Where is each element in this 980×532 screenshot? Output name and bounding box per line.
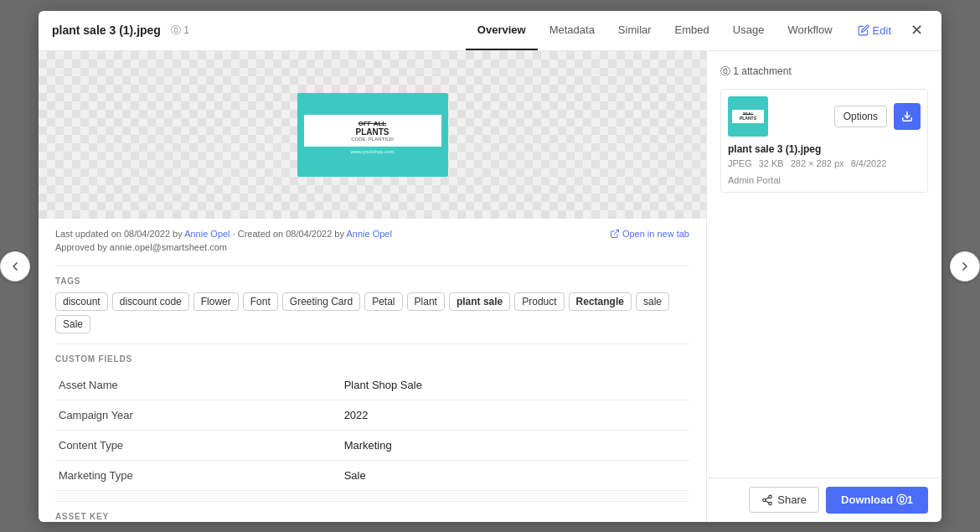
tag-item[interactable]: Petal <box>364 292 402 311</box>
modal-title: plant sale 3 (1).jpeg <box>52 23 161 37</box>
tab-embed[interactable]: Embed <box>663 11 721 51</box>
asset-modal: plant sale 3 (1).jpeg ⓪ 1 Overview Metad… <box>39 11 941 522</box>
website-url: www.yourshop.com <box>350 149 394 154</box>
tab-overview[interactable]: Overview <box>466 11 538 51</box>
sidebar: ⓪ 1 attachment OFF ALL PLANTS Options <box>707 51 941 522</box>
file-source: Admin Portal <box>728 175 781 185</box>
header-attachment-count: ⓪ 1 <box>171 23 189 38</box>
field-name: Marketing Type <box>55 460 341 490</box>
created-by-link[interactable]: Annie Opel <box>346 229 391 239</box>
attachment-filename: plant sale 3 (1).jpeg <box>728 143 921 155</box>
download-main-button[interactable]: Download ⓪1 <box>826 487 928 514</box>
custom-fields-table: Asset Name Plant Shop Sale Campaign Year… <box>55 370 689 491</box>
prev-arrow[interactable] <box>0 251 30 281</box>
tag-item[interactable]: discount <box>55 292 108 311</box>
file-format: JPEG <box>728 158 752 168</box>
svg-line-0 <box>614 230 619 235</box>
tab-metadata[interactable]: Metadata <box>538 11 606 51</box>
tab-similar[interactable]: Similar <box>606 11 663 51</box>
last-updated-line: Last updated on 08/04/2022 by Annie Opel… <box>55 229 392 239</box>
tags-list: discount discount code Flower Font Greet… <box>55 292 689 311</box>
custom-fields-section: CUSTOM FIELDS Asset Name Plant Shop Sale… <box>39 344 706 501</box>
attachment-header: ⓪ 1 attachment <box>720 65 928 79</box>
attachment-meta: JPEG 32 KB 282 × 282 px 8/4/2022 Admin P… <box>728 158 921 185</box>
tab-bar: Overview Metadata Similar Embed Usage Wo… <box>466 11 844 51</box>
options-button[interactable]: Options <box>834 106 887 127</box>
modal-header: plant sale 3 (1).jpeg ⓪ 1 Overview Metad… <box>39 11 941 51</box>
sidebar-content: ⓪ 1 attachment OFF ALL PLANTS Options <box>707 51 941 478</box>
table-row: Campaign Year 2022 <box>55 400 689 430</box>
edit-label: Edit <box>873 24 891 37</box>
tag-item[interactable]: Greeting Card <box>282 292 360 311</box>
main-content: OFF ALL PLANTS CODE: PLANTS20 www.yoursh… <box>39 51 707 522</box>
image-area: OFF ALL PLANTS CODE: PLANTS20 www.yoursh… <box>39 51 706 219</box>
close-button[interactable]: ✕ <box>905 18 928 42</box>
asset-preview: OFF ALL PLANTS CODE: PLANTS20 www.yoursh… <box>297 93 448 177</box>
attachment-card: OFF ALL PLANTS Options <box>720 89 928 193</box>
open-in-new-tab-link[interactable]: Open in new tab <box>610 229 689 239</box>
file-date: 8/4/2022 <box>851 158 887 168</box>
field-name: Content Type <box>55 430 341 460</box>
tag-item-rectangle[interactable]: Rectangle <box>569 292 632 311</box>
svg-point-4 <box>769 495 772 498</box>
tab-workflow[interactable]: Workflow <box>776 11 843 51</box>
field-name: Campaign Year <box>55 400 341 430</box>
tag-item[interactable]: sale <box>636 292 669 311</box>
tag-item[interactable]: Plant <box>407 292 445 311</box>
modal-body: OFF ALL PLANTS CODE: PLANTS20 www.yoursh… <box>39 51 941 522</box>
tag-item[interactable]: Flower <box>193 292 239 311</box>
custom-fields-label: CUSTOM FIELDS <box>55 354 689 364</box>
svg-point-5 <box>763 498 766 502</box>
last-updated-by-link[interactable]: Annie Opel <box>184 229 230 239</box>
tag-item-sale[interactable]: Sale <box>55 315 90 333</box>
field-name: Asset Name <box>55 370 341 400</box>
tag-item-plant-sale[interactable]: plant sale <box>449 292 510 311</box>
asset-key-label: ASSET KEY <box>55 512 689 521</box>
tags-label: TAGS <box>55 276 689 286</box>
table-row: Asset Name Plant Shop Sale <box>55 370 689 400</box>
modal-footer: Share Download ⓪1 <box>707 478 941 522</box>
attachment-preview-row: OFF ALL PLANTS Options <box>728 96 921 137</box>
tab-usage[interactable]: Usage <box>721 11 776 51</box>
meta-section: Last updated on 08/04/2022 by Annie Opel… <box>39 219 706 266</box>
file-dimensions: 282 × 282 px <box>791 158 844 168</box>
tag-item[interactable]: discount code <box>112 292 189 311</box>
tag-item[interactable]: Product <box>514 292 564 311</box>
approved-by-line: Approved by annie.opel@smartsheet.com <box>55 242 392 252</box>
svg-point-6 <box>769 502 772 505</box>
tags-section: TAGS discount discount code Flower Font … <box>39 266 706 343</box>
tag-item[interactable]: Font <box>243 292 278 311</box>
svg-line-7 <box>766 500 769 502</box>
field-value: Marketing <box>341 430 689 460</box>
svg-line-8 <box>766 497 769 498</box>
attachment-thumbnail: OFF ALL PLANTS <box>728 96 768 137</box>
file-size: 32 KB <box>759 158 784 168</box>
asset-key-section: ASSET KEY wfgk279652bkqvbsrpvk5 Copy ass… <box>39 502 706 522</box>
share-button[interactable]: Share <box>749 487 819 513</box>
field-value: Plant Shop Sale <box>341 370 689 400</box>
table-row: Marketing Type Sale <box>55 460 689 490</box>
field-value: Sale <box>341 460 689 490</box>
table-row: Content Type Marketing <box>55 430 689 460</box>
download-small-button[interactable] <box>894 103 921 130</box>
field-value: 2022 <box>341 400 689 430</box>
next-arrow[interactable] <box>950 251 980 281</box>
edit-button[interactable]: Edit <box>851 24 898 37</box>
